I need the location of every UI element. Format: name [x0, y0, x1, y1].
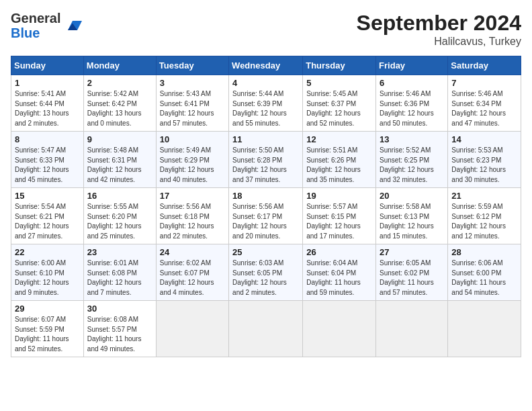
day-number: 10: [160, 134, 225, 144]
calendar-week-row: 29Sunrise: 6:07 AM Sunset: 5:59 PM Dayli…: [11, 301, 521, 357]
location-title: Halilcavus, Turkey: [357, 36, 521, 48]
table-row: 8Sunrise: 5:47 AM Sunset: 6:33 PM Daylig…: [11, 132, 84, 188]
table-row: [156, 301, 228, 357]
table-row: 16Sunrise: 5:55 AM Sunset: 6:20 PM Dayli…: [83, 188, 156, 244]
table-row: 13Sunrise: 5:52 AM Sunset: 6:25 PM Dayli…: [376, 132, 448, 188]
day-number: 27: [380, 247, 444, 257]
table-row: 11Sunrise: 5:50 AM Sunset: 6:28 PM Dayli…: [229, 132, 303, 188]
table-row: [303, 301, 376, 357]
table-row: 1Sunrise: 5:41 AM Sunset: 6:44 PM Daylig…: [11, 75, 84, 132]
table-row: 30Sunrise: 6:08 AM Sunset: 5:57 PM Dayli…: [83, 301, 156, 357]
day-number: 14: [451, 134, 517, 144]
day-info: Sunrise: 6:04 AM Sunset: 6:04 PM Dayligh…: [306, 259, 372, 298]
day-number: 16: [87, 191, 152, 201]
day-info: Sunrise: 5:42 AM Sunset: 6:42 PM Dayligh…: [87, 89, 152, 128]
table-row: 25Sunrise: 6:03 AM Sunset: 6:05 PM Dayli…: [229, 244, 303, 301]
calendar-week-row: 15Sunrise: 5:54 AM Sunset: 6:21 PM Dayli…: [11, 188, 521, 244]
table-row: 28Sunrise: 6:06 AM Sunset: 6:00 PM Dayli…: [448, 244, 521, 301]
day-number: 22: [15, 247, 80, 257]
table-row: 15Sunrise: 5:54 AM Sunset: 6:21 PM Dayli…: [11, 188, 84, 244]
day-number: 20: [380, 191, 444, 201]
table-row: 10Sunrise: 5:49 AM Sunset: 6:29 PM Dayli…: [156, 132, 228, 188]
day-number: 1: [15, 78, 80, 88]
col-sunday: Sunday: [11, 56, 84, 75]
col-friday: Friday: [376, 56, 448, 75]
day-info: Sunrise: 5:53 AM Sunset: 6:23 PM Dayligh…: [451, 146, 517, 185]
col-thursday: Thursday: [303, 56, 376, 75]
table-row: 4Sunrise: 5:44 AM Sunset: 6:39 PM Daylig…: [229, 75, 303, 132]
day-info: Sunrise: 5:59 AM Sunset: 6:12 PM Dayligh…: [451, 202, 517, 241]
day-number: 28: [451, 247, 517, 257]
month-title: September 2024: [357, 11, 521, 36]
page-header: General Blue September 2024 Halilcavus, …: [11, 11, 521, 48]
day-number: 15: [15, 191, 80, 201]
day-number: 29: [15, 304, 80, 314]
day-info: Sunrise: 5:45 AM Sunset: 6:37 PM Dayligh…: [306, 89, 372, 128]
col-monday: Monday: [83, 56, 156, 75]
day-number: 8: [15, 134, 80, 144]
logo-general: General: [11, 11, 60, 26]
day-info: Sunrise: 6:03 AM Sunset: 6:05 PM Dayligh…: [232, 259, 299, 298]
day-number: 11: [232, 134, 299, 144]
day-number: 9: [87, 134, 152, 144]
table-row: 24Sunrise: 6:02 AM Sunset: 6:07 PM Dayli…: [156, 244, 228, 301]
calendar-header-row: Sunday Monday Tuesday Wednesday Thursday…: [11, 56, 521, 75]
day-info: Sunrise: 5:41 AM Sunset: 6:44 PM Dayligh…: [15, 89, 80, 128]
day-number: 21: [451, 191, 517, 201]
day-info: Sunrise: 5:43 AM Sunset: 6:41 PM Dayligh…: [160, 89, 225, 128]
logo-blue: Blue: [11, 26, 60, 40]
day-number: 2: [87, 78, 152, 88]
day-number: 3: [160, 78, 225, 88]
day-number: 24: [160, 247, 225, 257]
day-info: Sunrise: 5:56 AM Sunset: 6:17 PM Dayligh…: [232, 202, 299, 241]
day-info: Sunrise: 5:56 AM Sunset: 6:18 PM Dayligh…: [160, 202, 225, 241]
table-row: 9Sunrise: 5:48 AM Sunset: 6:31 PM Daylig…: [83, 132, 156, 188]
table-row: 23Sunrise: 6:01 AM Sunset: 6:08 PM Dayli…: [83, 244, 156, 301]
table-row: 27Sunrise: 6:05 AM Sunset: 6:02 PM Dayli…: [376, 244, 448, 301]
day-number: 18: [232, 191, 299, 201]
day-info: Sunrise: 5:50 AM Sunset: 6:28 PM Dayligh…: [232, 146, 299, 185]
logo-icon: [63, 16, 82, 35]
day-info: Sunrise: 5:47 AM Sunset: 6:33 PM Dayligh…: [15, 146, 80, 185]
calendar-table: Sunday Monday Tuesday Wednesday Thursday…: [11, 56, 521, 357]
table-row: 18Sunrise: 5:56 AM Sunset: 6:17 PM Dayli…: [229, 188, 303, 244]
day-info: Sunrise: 5:54 AM Sunset: 6:21 PM Dayligh…: [15, 202, 80, 241]
day-number: 26: [306, 247, 372, 257]
day-info: Sunrise: 5:46 AM Sunset: 6:36 PM Dayligh…: [380, 89, 444, 128]
logo-text: General Blue: [11, 11, 60, 40]
title-block: September 2024 Halilcavus, Turkey: [357, 11, 521, 48]
table-row: 3Sunrise: 5:43 AM Sunset: 6:41 PM Daylig…: [156, 75, 228, 132]
table-row: 19Sunrise: 5:57 AM Sunset: 6:15 PM Dayli…: [303, 188, 376, 244]
day-info: Sunrise: 5:44 AM Sunset: 6:39 PM Dayligh…: [232, 89, 299, 128]
day-number: 17: [160, 191, 225, 201]
table-row: 7Sunrise: 5:46 AM Sunset: 6:34 PM Daylig…: [448, 75, 521, 132]
table-row: 14Sunrise: 5:53 AM Sunset: 6:23 PM Dayli…: [448, 132, 521, 188]
table-row: [376, 301, 448, 357]
day-number: 23: [87, 247, 152, 257]
day-number: 12: [306, 134, 372, 144]
day-number: 5: [306, 78, 372, 88]
table-row: 21Sunrise: 5:59 AM Sunset: 6:12 PM Dayli…: [448, 188, 521, 244]
day-info: Sunrise: 5:49 AM Sunset: 6:29 PM Dayligh…: [160, 146, 225, 185]
day-info: Sunrise: 5:55 AM Sunset: 6:20 PM Dayligh…: [87, 202, 152, 241]
day-number: 25: [232, 247, 299, 257]
table-row: 5Sunrise: 5:45 AM Sunset: 6:37 PM Daylig…: [303, 75, 376, 132]
day-info: Sunrise: 6:06 AM Sunset: 6:00 PM Dayligh…: [451, 259, 517, 298]
day-number: 19: [306, 191, 372, 201]
table-row: [448, 301, 521, 357]
calendar-week-row: 1Sunrise: 5:41 AM Sunset: 6:44 PM Daylig…: [11, 75, 521, 132]
day-number: 30: [87, 304, 152, 314]
table-row: 20Sunrise: 5:58 AM Sunset: 6:13 PM Dayli…: [376, 188, 448, 244]
day-info: Sunrise: 5:46 AM Sunset: 6:34 PM Dayligh…: [451, 89, 517, 128]
table-row: 12Sunrise: 5:51 AM Sunset: 6:26 PM Dayli…: [303, 132, 376, 188]
table-row: 17Sunrise: 5:56 AM Sunset: 6:18 PM Dayli…: [156, 188, 228, 244]
calendar-week-row: 22Sunrise: 6:00 AM Sunset: 6:10 PM Dayli…: [11, 244, 521, 301]
day-info: Sunrise: 5:58 AM Sunset: 6:13 PM Dayligh…: [380, 202, 444, 241]
day-number: 13: [380, 134, 444, 144]
col-saturday: Saturday: [448, 56, 521, 75]
logo: General Blue: [11, 11, 82, 40]
table-row: 26Sunrise: 6:04 AM Sunset: 6:04 PM Dayli…: [303, 244, 376, 301]
table-row: [229, 301, 303, 357]
day-number: 7: [451, 78, 517, 88]
day-number: 4: [232, 78, 299, 88]
